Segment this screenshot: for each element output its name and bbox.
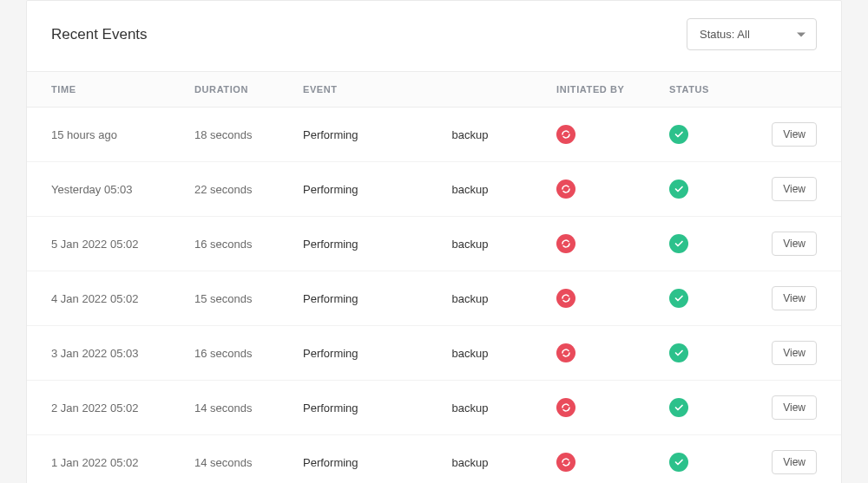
view-button[interactable]: View <box>772 395 817 420</box>
cell-time: 5 Jan 2022 05:02 <box>51 238 194 251</box>
table-row: 4 Jan 2022 05:02 15 seconds Performing b… <box>27 271 841 326</box>
table-row: 2 Jan 2022 05:02 14 seconds Performing b… <box>27 381 841 435</box>
col-header-action <box>756 84 817 95</box>
event-text-backup: backup <box>452 401 489 414</box>
event-text-performing: Performing <box>303 292 358 305</box>
event-text-backup: backup <box>452 183 489 196</box>
event-text-performing: Performing <box>303 456 358 469</box>
col-header-status: STATUS <box>669 84 756 95</box>
cell-status <box>669 289 756 308</box>
cell-event: Performing backup <box>303 292 556 305</box>
chevron-down-icon <box>797 32 806 36</box>
cell-duration: 18 seconds <box>194 128 303 141</box>
cell-duration: 16 seconds <box>194 238 303 251</box>
status-filter-label: Status: All <box>700 28 750 41</box>
view-button[interactable]: View <box>772 177 817 201</box>
view-button[interactable]: View <box>772 341 817 365</box>
panel-header: Recent Events Status: All <box>27 1 841 71</box>
event-text-backup: backup <box>452 128 489 141</box>
cell-initiated-by <box>556 343 669 362</box>
cell-action: View <box>756 122 817 147</box>
recent-events-panel: Recent Events Status: All TIME DURATION … <box>26 0 842 483</box>
status-filter-dropdown[interactable]: Status: All <box>687 18 817 50</box>
col-header-event: EVENT <box>303 84 556 95</box>
status-success-icon <box>669 179 688 199</box>
view-button[interactable]: View <box>772 450 817 474</box>
initiated-by-icon <box>556 398 575 417</box>
cell-time: 4 Jan 2022 05:02 <box>51 292 194 305</box>
col-header-duration: DURATION <box>194 84 303 95</box>
event-text-backup: backup <box>452 347 489 360</box>
view-button[interactable]: View <box>772 286 817 310</box>
initiated-by-icon <box>556 125 575 144</box>
cell-duration: 14 seconds <box>194 401 303 414</box>
cell-action: View <box>756 450 817 474</box>
status-success-icon <box>669 125 688 144</box>
panel-title: Recent Events <box>51 26 148 43</box>
cell-event: Performing backup <box>303 456 556 469</box>
view-button[interactable]: View <box>772 122 817 147</box>
cell-action: View <box>756 341 817 365</box>
initiated-by-icon <box>556 234 575 253</box>
col-header-initiated: INITIATED BY <box>556 84 669 95</box>
cell-time: 1 Jan 2022 05:02 <box>51 456 194 469</box>
cell-action: View <box>756 395 817 420</box>
cell-status <box>669 125 756 144</box>
initiated-by-icon <box>556 453 575 472</box>
cell-duration: 14 seconds <box>194 456 303 469</box>
status-success-icon <box>669 343 688 362</box>
initiated-by-icon <box>556 343 575 362</box>
cell-duration: 22 seconds <box>194 183 303 196</box>
initiated-by-icon <box>556 289 575 308</box>
table-row: 1 Jan 2022 05:02 14 seconds Performing b… <box>27 435 841 483</box>
cell-time: 15 hours ago <box>51 128 194 141</box>
cell-initiated-by <box>556 453 669 472</box>
cell-action: View <box>756 232 817 256</box>
view-button[interactable]: View <box>772 232 817 256</box>
cell-status <box>669 343 756 362</box>
cell-status <box>669 234 756 253</box>
cell-status <box>669 453 756 472</box>
cell-action: View <box>756 286 817 310</box>
event-text-backup: backup <box>452 292 489 305</box>
table-row: 3 Jan 2022 05:03 16 seconds Performing b… <box>27 326 841 381</box>
cell-event: Performing backup <box>303 183 556 196</box>
event-text-performing: Performing <box>303 347 358 360</box>
cell-event: Performing backup <box>303 401 556 414</box>
cell-duration: 16 seconds <box>194 347 303 360</box>
cell-initiated-by <box>556 398 669 417</box>
cell-initiated-by <box>556 234 669 253</box>
cell-time: 2 Jan 2022 05:02 <box>51 401 194 414</box>
cell-status <box>669 179 756 199</box>
status-success-icon <box>669 289 688 308</box>
cell-initiated-by <box>556 125 669 144</box>
cell-event: Performing backup <box>303 128 556 141</box>
table-row: Yesterday 05:03 22 seconds Performing ba… <box>27 162 841 217</box>
cell-event: Performing backup <box>303 238 556 251</box>
col-header-time: TIME <box>51 84 194 95</box>
cell-time: Yesterday 05:03 <box>51 183 194 196</box>
cell-action: View <box>756 177 817 201</box>
table-row: 15 hours ago 18 seconds Performing backu… <box>27 108 841 162</box>
table-row: 5 Jan 2022 05:02 16 seconds Performing b… <box>27 217 841 271</box>
cell-status <box>669 398 756 417</box>
initiated-by-icon <box>556 179 575 199</box>
status-success-icon <box>669 453 688 472</box>
event-text-performing: Performing <box>303 183 358 196</box>
event-text-backup: backup <box>452 238 489 251</box>
cell-event: Performing backup <box>303 347 556 360</box>
cell-duration: 15 seconds <box>194 292 303 305</box>
event-text-performing: Performing <box>303 128 358 141</box>
cell-initiated-by <box>556 179 669 199</box>
event-text-backup: backup <box>452 456 489 469</box>
status-success-icon <box>669 398 688 417</box>
cell-initiated-by <box>556 289 669 308</box>
event-text-performing: Performing <box>303 238 358 251</box>
events-table: TIME DURATION EVENT INITIATED BY STATUS … <box>27 71 841 483</box>
status-success-icon <box>669 234 688 253</box>
table-header: TIME DURATION EVENT INITIATED BY STATUS <box>27 71 841 108</box>
event-text-performing: Performing <box>303 401 358 414</box>
cell-time: 3 Jan 2022 05:03 <box>51 347 194 360</box>
